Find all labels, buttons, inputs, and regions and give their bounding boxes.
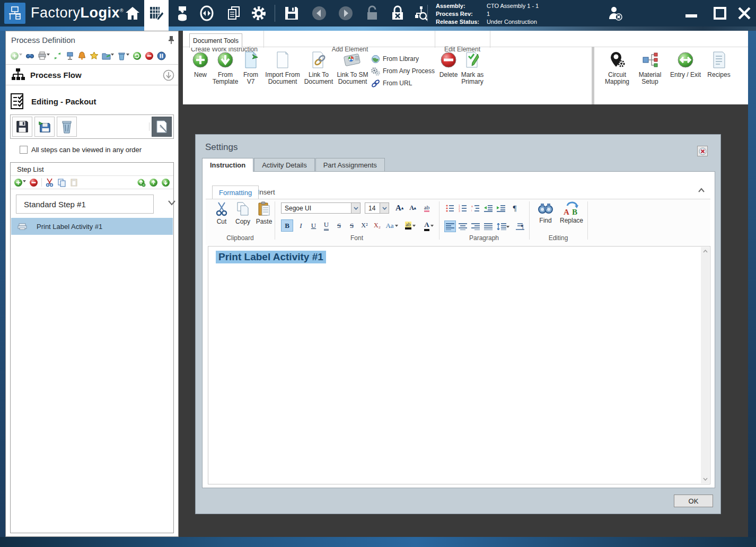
badge-icon[interactable] <box>90 51 99 60</box>
print-button[interactable] <box>38 51 50 60</box>
refresh-status-icon[interactable] <box>133 51 142 60</box>
superscript-button[interactable]: X² <box>358 219 371 232</box>
document-tools-tab[interactable]: Document Tools <box>189 33 242 48</box>
paste-step-icon[interactable] <box>69 178 78 187</box>
delete-instruction-button[interactable] <box>57 117 77 137</box>
settings-nav-button[interactable] <box>247 0 270 27</box>
minimize-button[interactable] <box>682 5 701 22</box>
lock-discard-button[interactable] <box>386 0 409 27</box>
pin-icon[interactable] <box>168 36 175 44</box>
save-instruction-button[interactable] <box>12 117 32 137</box>
pause-status-icon[interactable] <box>157 51 166 60</box>
documents-nav-button[interactable] <box>222 0 245 27</box>
numbered-list-button[interactable]: 123 <box>457 202 469 214</box>
paragraph-direction-button[interactable]: ¶ <box>514 220 526 232</box>
justify-button[interactable] <box>482 220 494 232</box>
logout-user-button[interactable] <box>603 0 627 27</box>
any-order-checkbox[interactable] <box>20 146 28 154</box>
import-from-document-button[interactable]: Import From Document <box>265 51 300 85</box>
process-definition-nav-active[interactable] <box>144 0 169 31</box>
font-size-select[interactable]: 14 <box>365 202 389 214</box>
goto-step-icon[interactable] <box>137 178 146 187</box>
add-process-button[interactable] <box>10 51 22 60</box>
cut-button[interactable]: Cut <box>211 201 232 225</box>
shrink-font-button[interactable]: A▴ <box>407 202 419 214</box>
collapse-ribbon-chevron-icon[interactable] <box>698 188 705 193</box>
stop-status-icon[interactable] <box>145 51 154 60</box>
production-nav-button[interactable] <box>195 0 218 27</box>
tab-activity-details[interactable]: Activity Details <box>254 158 315 171</box>
show-marks-button[interactable]: ¶ <box>509 202 521 214</box>
tab-formatting[interactable]: Formatting <box>212 186 259 199</box>
from-v7-button[interactable]: From V7 <box>240 51 262 85</box>
from-any-process-button[interactable]: From Any Process <box>371 66 435 76</box>
step-expand-chevron-icon[interactable] <box>168 200 176 206</box>
underline-button[interactable]: U <box>307 219 320 232</box>
find-button[interactable]: Find <box>535 201 556 224</box>
entry-exit-button[interactable]: Entry / Exit <box>669 51 702 78</box>
close-button[interactable] <box>735 5 754 22</box>
grow-font-button[interactable]: A▴ <box>393 202 406 214</box>
edit-mode-toggle[interactable] <box>152 117 172 137</box>
maximize-button[interactable] <box>710 5 729 22</box>
change-case-button[interactable]: Aa <box>384 219 400 232</box>
back-button[interactable] <box>307 0 331 27</box>
process-flow-header[interactable]: Process Flow <box>6 64 178 85</box>
align-right-button[interactable] <box>470 220 481 232</box>
any-order-option[interactable]: All steps can be viewed in any order <box>20 146 142 154</box>
selected-text[interactable]: Print Label Activity #1 <box>216 251 326 263</box>
step-header[interactable]: Standard Step #1 <box>16 195 154 214</box>
replace-button[interactable]: A B Replace <box>558 201 585 224</box>
bullet-list-button[interactable] <box>444 202 456 214</box>
tab-instruction[interactable]: Instruction <box>202 158 253 172</box>
from-library-button[interactable]: From Library <box>371 54 419 64</box>
highlight-color-button[interactable]: ab <box>402 219 419 232</box>
materials-nav-button[interactable] <box>171 0 194 27</box>
save-button[interactable] <box>280 0 303 27</box>
instruction-editor[interactable]: Print Label Activity #1 <box>208 246 710 484</box>
increase-indent-button[interactable] <box>495 202 507 214</box>
scroll-down-button[interactable] <box>701 475 709 483</box>
move-step-up-icon[interactable] <box>149 178 158 187</box>
bold-button[interactable]: B <box>281 219 293 232</box>
paste-button[interactable]: Paste <box>253 201 275 225</box>
strikethrough-button[interactable]: S <box>333 219 345 232</box>
multilevel-list-button[interactable]: ai <box>470 202 481 214</box>
remove-step-icon[interactable] <box>29 178 38 187</box>
swap-processes-icon[interactable] <box>53 51 62 60</box>
find-icon[interactable] <box>25 51 34 60</box>
material-setup-button[interactable]: Material Setup <box>635 51 665 85</box>
activity-row[interactable]: Print Label Activity #1 <box>11 218 173 235</box>
signpost-icon[interactable] <box>65 51 74 60</box>
align-left-button[interactable] <box>444 220 456 232</box>
process-search-button[interactable] <box>409 0 433 27</box>
link-to-sm-document-button[interactable]: Link To SM Document <box>336 51 369 85</box>
forward-button[interactable] <box>334 0 357 27</box>
font-color-button[interactable]: A <box>421 219 437 232</box>
scroll-up-button[interactable] <box>701 247 709 255</box>
tab-part-assignments[interactable]: Part Assignments <box>315 158 385 171</box>
editor-scrollbar[interactable] <box>701 247 709 483</box>
copy-step-icon[interactable] <box>57 178 66 187</box>
export-process-button[interactable] <box>102 51 114 60</box>
clear-formatting-button[interactable]: ab <box>420 202 434 214</box>
unlock-button[interactable] <box>361 0 384 27</box>
decrease-indent-button[interactable] <box>482 202 494 214</box>
copy-button[interactable]: Copy <box>232 201 253 225</box>
settings-close-button[interactable] <box>697 146 708 156</box>
home-button[interactable] <box>121 0 144 27</box>
cut-step-icon[interactable] <box>45 178 54 187</box>
mark-as-primary-button[interactable]: Mark as Primary <box>457 51 488 85</box>
double-strikethrough-button[interactable]: S <box>346 219 358 232</box>
line-spacing-button[interactable] <box>495 220 511 232</box>
font-name-select[interactable]: Segoe UI <box>281 202 361 214</box>
recipes-button[interactable]: Recipes <box>705 51 733 78</box>
delete-process-button[interactable] <box>117 51 129 60</box>
ok-button[interactable]: OK <box>674 495 713 507</box>
from-url-button[interactable]: From URL <box>371 78 412 88</box>
import-instruction-button[interactable] <box>34 117 55 137</box>
align-center-button[interactable] <box>457 220 469 232</box>
add-step-button[interactable] <box>14 178 26 187</box>
subscript-button[interactable]: X₂ <box>371 219 383 232</box>
from-template-button[interactable]: From Template <box>210 51 241 85</box>
